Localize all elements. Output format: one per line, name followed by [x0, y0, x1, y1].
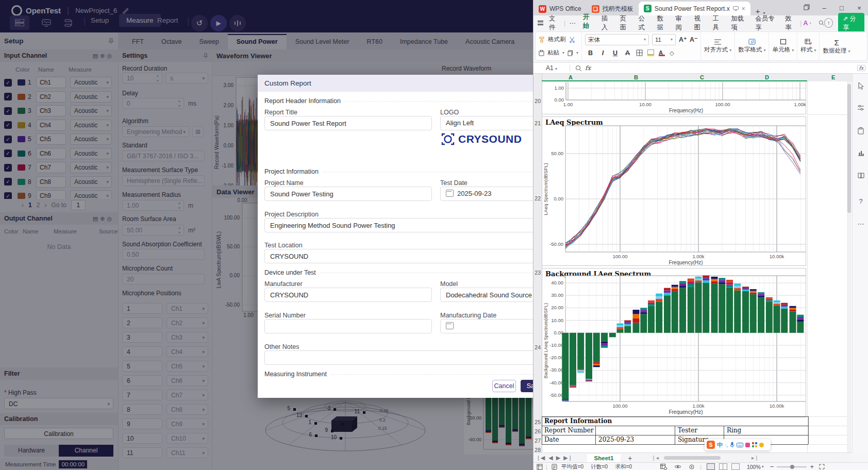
doc-tab-2[interactable]: S Sound Power Test Report.x×	[639, 2, 750, 15]
horizontal-scrollbar-thumb[interactable]	[664, 456, 721, 460]
toolbox-grid-icon[interactable]	[752, 442, 757, 447]
menu-审阅[interactable]: 审阅	[672, 14, 690, 32]
hscroll-left-icon[interactable]: | ◂	[653, 455, 659, 461]
add-sheet-button[interactable]: +	[628, 454, 632, 462]
row-header-22[interactable]: 22	[533, 195, 541, 202]
rail-cursor-icon[interactable]	[853, 82, 868, 91]
select-all-corner[interactable]	[533, 74, 542, 81]
strikethrough-button[interactable]: A	[624, 49, 631, 57]
zoom-slider-knob[interactable]	[790, 465, 794, 469]
tab-switcher-icon[interactable]	[798, 4, 815, 12]
column-header-A[interactable]: A	[569, 74, 573, 80]
menu-overflow-chevron-icon[interactable]: ›	[809, 20, 811, 26]
form-icon[interactable]	[552, 464, 557, 470]
background-laeq-chart[interactable]: Background LAeq Spectrum 100.001.00k10.0…	[542, 268, 806, 417]
insert-function-icon[interactable]: fx	[857, 65, 865, 71]
decrease-font-button[interactable]: A⁻	[690, 36, 697, 43]
report-info-cell[interactable]: Signature	[678, 436, 709, 443]
manufacturer-input[interactable]	[264, 288, 432, 302]
report-title-input[interactable]	[264, 116, 432, 130]
rail-more-icon[interactable]: ⋯	[853, 220, 868, 228]
sheet-tab-sheet1[interactable]: Sheet1	[587, 454, 621, 462]
table-tools-icon[interactable]	[660, 464, 667, 470]
menu-数据[interactable]: 数据	[654, 14, 672, 32]
keyboard-icon[interactable]	[737, 443, 743, 447]
scrollbar-thumb[interactable]	[847, 84, 851, 213]
menu-插入[interactable]: 插入	[598, 14, 616, 32]
styles-button[interactable]: 样式	[800, 46, 812, 53]
borders-icon[interactable]	[636, 49, 643, 56]
menu-会员专享[interactable]: 会员专享	[752, 14, 781, 32]
row-header-23[interactable]: 23	[533, 270, 541, 276]
row-header-24[interactable]: 24	[533, 344, 541, 350]
cut-icon[interactable]	[569, 37, 575, 43]
zoom-in-button[interactable]: +	[810, 463, 814, 470]
chinese-mode-icon[interactable]: 中	[717, 441, 723, 449]
present-icon[interactable]	[733, 6, 739, 11]
chart-top-partial[interactable]: 1.000.001.0010.00100.001.00kFrequency(Hz…	[542, 82, 806, 114]
normal-view-icon[interactable]	[707, 463, 715, 470]
column-header-E[interactable]: E	[831, 74, 835, 80]
report-info-cell[interactable]: Report Number	[544, 427, 594, 434]
doc-tab-0[interactable]: W WPS Office	[533, 2, 587, 15]
italic-button[interactable]: I	[599, 49, 607, 57]
menu-视图[interactable]: 视图	[690, 14, 709, 32]
input-method-bar[interactable]: S 中 ·,	[705, 439, 771, 450]
paste-icon[interactable]	[539, 50, 544, 56]
underline-button[interactable]: U	[611, 49, 619, 57]
sheet-nav-last-icon[interactable]: ▶|	[563, 455, 572, 461]
column-header-C[interactable]: C	[700, 74, 704, 80]
minimize-button[interactable]: –	[815, 4, 833, 12]
row-header-21[interactable]: 21	[533, 120, 541, 126]
column-header-D[interactable]: D	[765, 74, 769, 80]
menu-效率[interactable]: 效率	[781, 14, 800, 32]
cancel-button[interactable]: Cancel	[492, 380, 516, 392]
page-layout-view-icon[interactable]	[719, 463, 727, 470]
spreadsheet-grid[interactable]: 202122232425262728 1.000.001.0010.00100.…	[533, 81, 852, 452]
menu-开始[interactable]: 开始	[579, 13, 598, 33]
format-painter-button[interactable]: 格式刷	[548, 36, 566, 43]
menu-加载项[interactable]: 加载项	[727, 14, 752, 32]
upload-cloud-icon[interactable]: ↑	[824, 18, 833, 28]
menu-工具[interactable]: 工具	[709, 14, 727, 32]
wps-ai-icon[interactable]: A	[802, 20, 809, 27]
project-name-input[interactable]	[264, 187, 432, 201]
paste-button[interactable]: 粘贴	[547, 49, 559, 57]
data-process-group[interactable]: Σ 数据处理 ▾	[820, 32, 853, 60]
serial-number-input[interactable]	[264, 319, 432, 333]
font-color-button[interactable]: A	[659, 49, 665, 56]
punctuation-icon[interactable]: ·,	[725, 442, 728, 448]
microphone-icon[interactable]	[730, 442, 735, 448]
skin-icon[interactable]	[745, 443, 750, 447]
report-info-cell[interactable]: Date	[544, 436, 559, 443]
column-header-B[interactable]: B	[634, 74, 638, 80]
row-headers[interactable]: 202122232425262728	[533, 81, 542, 452]
vertical-scrollbar[interactable]	[847, 81, 852, 452]
name-box[interactable]: A1 ▾	[533, 64, 570, 72]
fill-color-button[interactable]: ◇	[670, 49, 674, 57]
font-size-select[interactable]: 11▾	[652, 34, 676, 45]
column-headers[interactable]: ABCDE	[533, 74, 852, 82]
number-format-button[interactable]: 数字格式	[738, 46, 762, 53]
format-painter-icon[interactable]	[539, 37, 545, 43]
zoom-out-button[interactable]: −	[770, 463, 774, 470]
report-info-cell[interactable]: Ring	[727, 427, 741, 434]
more-menu-icon[interactable]: ⋯	[565, 19, 579, 27]
hamburger-icon[interactable]	[538, 21, 543, 25]
rail-help-icon[interactable]: ?	[853, 197, 868, 205]
align-button[interactable]: 对齐方式	[704, 46, 728, 53]
data-process-button[interactable]: 数据处理	[823, 47, 846, 54]
rail-properties-icon[interactable]	[853, 105, 868, 112]
font-name-select[interactable]: 宋体▾	[585, 34, 649, 45]
laeq-spectrum-chart[interactable]: LAeq Spectrum 100.001.00k10.00k50.000.00…	[542, 116, 806, 266]
cell-mode-icon[interactable]	[537, 464, 543, 470]
menu-公式[interactable]: 公式	[635, 14, 654, 32]
styles-group[interactable]: 样式 ▾	[797, 32, 820, 60]
sheet-nav-next-icon[interactable]: ▶	[556, 455, 560, 461]
row-header-26[interactable]: 26	[533, 428, 541, 434]
copy-icon[interactable]	[567, 50, 573, 56]
cells-group[interactable]: 单元格 ▾	[769, 32, 797, 60]
close-tab-icon[interactable]: ×	[742, 5, 745, 12]
rail-book-icon[interactable]	[853, 173, 868, 180]
bold-button[interactable]: B	[587, 49, 594, 57]
